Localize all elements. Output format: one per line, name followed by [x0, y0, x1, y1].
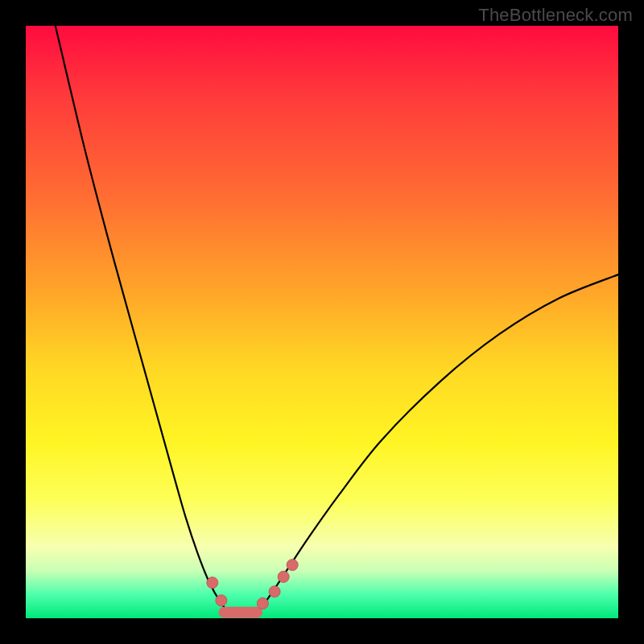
marker-point: [216, 595, 227, 606]
marker-point: [207, 577, 218, 588]
bottleneck-curve: [26, 26, 618, 618]
attribution-watermark: TheBottleneck.com: [478, 5, 633, 26]
marker-point: [257, 598, 268, 609]
curve-left-branch: [56, 26, 230, 613]
marker-point: [278, 571, 289, 582]
marker-point: [269, 586, 280, 597]
curve-right-branch: [257, 275, 618, 613]
chart-frame: TheBottleneck.com: [0, 0, 644, 644]
marker-point: [287, 559, 298, 571]
marker-group: [207, 559, 298, 609]
plot-area: [26, 26, 618, 618]
